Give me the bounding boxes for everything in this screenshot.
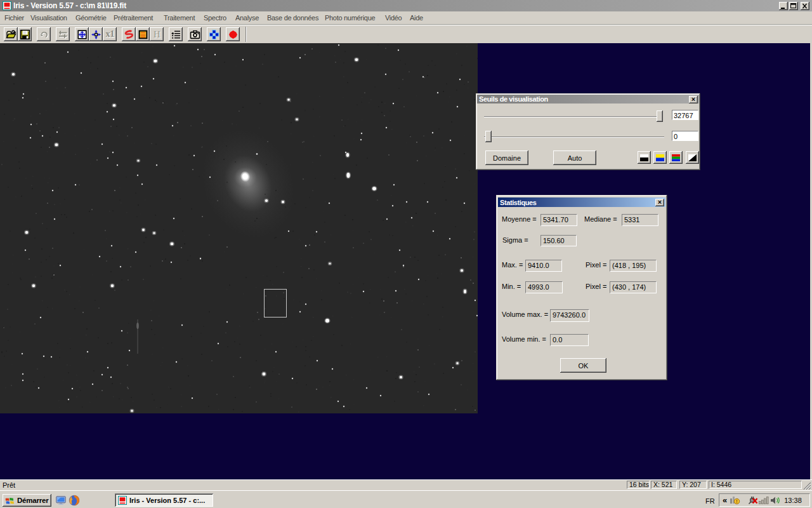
svg-text:H: H bbox=[154, 29, 160, 39]
svg-text:x1: x1 bbox=[105, 29, 114, 39]
svg-text:!: ! bbox=[737, 499, 738, 504]
